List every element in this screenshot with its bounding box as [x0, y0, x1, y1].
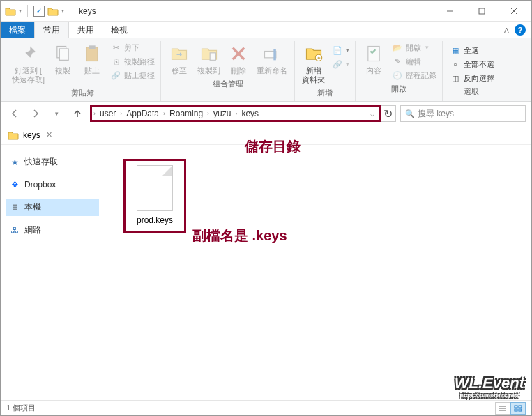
- recent-button[interactable]: ▾: [48, 105, 65, 122]
- view-icons-button[interactable]: [510, 402, 526, 415]
- back-button[interactable]: [6, 105, 23, 122]
- up-button[interactable]: [69, 105, 86, 122]
- file-icon: [137, 165, 173, 211]
- qat-chevron-down-icon[interactable]: ▾: [19, 8, 22, 14]
- delete-icon: [229, 44, 248, 63]
- navbar: ▾ › user › AppData › Roaming › yuzu › ke…: [1, 102, 531, 125]
- group-label-organize: 組合管理: [213, 77, 243, 91]
- selectnone-button[interactable]: ▫全部不選: [448, 58, 496, 70]
- sidebar-item-quickaccess[interactable]: ★ 快速存取: [6, 153, 99, 171]
- edit-button[interactable]: ✎編輯: [390, 55, 438, 68]
- window-title: keys: [79, 6, 96, 16]
- crumb-3[interactable]: yuzu: [209, 109, 235, 118]
- copypath-button[interactable]: ⎘複製路徑: [109, 55, 156, 68]
- pin-button[interactable]: 釘選到 [ 快速存取]: [9, 41, 47, 86]
- tree-close-icon[interactable]: ✕: [46, 130, 52, 139]
- svg-rect-10: [273, 49, 276, 60]
- minimize-ribbon-button[interactable]: ᐱ: [504, 26, 509, 34]
- copyto-button[interactable]: 複製到: [195, 41, 223, 77]
- crumb-4[interactable]: keys: [237, 109, 263, 118]
- invert-button[interactable]: ◫反向選擇: [448, 72, 496, 84]
- sidebar-item-dropbox[interactable]: ❖ Dropbox: [6, 176, 99, 193]
- sidebar: ★ 快速存取 ❖ Dropbox 🖥 本機 🖧 網路: [1, 145, 105, 395]
- close-button[interactable]: [498, 1, 530, 22]
- open-button[interactable]: 📂開啟▾: [390, 41, 438, 54]
- crumb-2[interactable]: Roaming: [165, 109, 207, 118]
- open-icon: 📂: [392, 42, 403, 53]
- newitem-icon: 📄: [332, 45, 343, 56]
- copy-button[interactable]: 複製: [49, 41, 77, 77]
- help-button[interactable]: ?: [515, 24, 526, 36]
- delete-button[interactable]: 刪除: [225, 41, 252, 77]
- shortcut-icon: 🔗: [110, 70, 121, 81]
- status-bar: 1 個項目: [1, 400, 531, 415]
- ribbon-group-open: 內容 📂開啟▾ ✎編輯 🕘歷程記錄 開啟: [356, 41, 443, 101]
- ribbon: 釘選到 [ 快速存取] 複製 貼上 ✂剪下 ⎘複製路徑 🔗貼上捷徑 剪貼簿 移至: [1, 38, 531, 102]
- moveto-button[interactable]: 移至: [165, 41, 193, 77]
- file-view[interactable]: prod.keys: [105, 145, 531, 395]
- newfolder-button[interactable]: ✦ 新增 資料夾: [299, 41, 328, 86]
- details-icon: [499, 405, 507, 412]
- selectall-button[interactable]: ▦全選: [448, 44, 496, 56]
- svg-rect-13: [368, 47, 379, 61]
- svg-rect-20: [519, 409, 522, 411]
- pc-icon: 🖥: [9, 202, 20, 213]
- qat-dropdown-icon[interactable]: ▾: [61, 8, 64, 14]
- address-dropdown-icon[interactable]: ⌵: [370, 110, 377, 118]
- newitem-button[interactable]: 📄▾: [330, 44, 351, 56]
- tree-current[interactable]: keys: [23, 130, 40, 140]
- tab-share[interactable]: 共用: [69, 22, 102, 38]
- folder-icon: [8, 130, 19, 140]
- ribbon-group-organize: 移至 複製到 刪除 重新命名 組合管理: [161, 41, 295, 101]
- pasteshortcut-button[interactable]: 🔗貼上捷徑: [109, 69, 156, 82]
- history-icon: 🕘: [392, 70, 403, 81]
- rename-button[interactable]: 重新命名: [254, 41, 290, 77]
- history-button[interactable]: 🕘歷程記錄: [390, 69, 438, 82]
- tab-view[interactable]: 檢視: [102, 22, 136, 38]
- easyaccess-button[interactable]: 🔗▾: [330, 58, 351, 70]
- folder-icon: [5, 6, 16, 16]
- view-details-button[interactable]: [495, 402, 510, 415]
- annotation-extension: 副檔名是 .keys: [192, 226, 287, 245]
- copy-icon: [53, 44, 73, 63]
- qat-divider: [27, 5, 28, 17]
- link-icon: 🔗: [332, 59, 343, 70]
- tab-home[interactable]: 常用: [34, 22, 69, 38]
- cut-button[interactable]: ✂剪下: [109, 41, 156, 54]
- file-item[interactable]: prod.keys: [123, 159, 186, 233]
- paste-button[interactable]: 貼上: [78, 41, 106, 77]
- maximize-button[interactable]: [466, 1, 498, 22]
- file-name: prod.keys: [137, 215, 173, 225]
- dropbox-icon: ❖: [9, 179, 20, 190]
- group-label-open: 開啟: [391, 82, 406, 95]
- qat-properties-button[interactable]: ✓: [33, 6, 45, 17]
- svg-rect-8: [210, 53, 215, 61]
- properties-button[interactable]: 內容: [360, 41, 388, 77]
- icons-icon: [514, 405, 522, 412]
- sidebar-item-network[interactable]: 🖧 網路: [6, 222, 99, 239]
- crumb-1[interactable]: AppData: [122, 109, 163, 118]
- minimize-button[interactable]: [434, 1, 466, 22]
- scissors-icon: ✂: [110, 42, 121, 53]
- crumb-0[interactable]: user: [96, 109, 120, 118]
- folder-icon-2: [47, 6, 59, 16]
- group-label-new: 新增: [317, 86, 333, 100]
- svg-rect-5: [59, 49, 68, 60]
- sidebar-item-thispc[interactable]: 🖥 本機: [6, 199, 99, 216]
- svg-rect-18: [519, 406, 522, 408]
- svg-rect-1: [479, 8, 485, 14]
- forward-button[interactable]: [27, 105, 44, 122]
- properties-icon: [364, 44, 383, 63]
- refresh-button[interactable]: ↻: [381, 105, 396, 122]
- newfolder-icon: ✦: [304, 44, 324, 63]
- address-bar[interactable]: › user › AppData › Roaming › yuzu › keys…: [90, 105, 381, 122]
- search-input[interactable]: 🔍 搜尋 keys: [400, 105, 526, 122]
- tab-file[interactable]: 檔案: [1, 22, 34, 38]
- invert-icon: ◫: [450, 72, 461, 84]
- copyto-icon: [199, 44, 219, 63]
- star-icon: ★: [9, 157, 20, 168]
- svg-rect-6: [86, 47, 98, 61]
- edit-icon: ✎: [392, 56, 403, 67]
- ribbon-group-clipboard: 釘選到 [ 快速存取] 複製 貼上 ✂剪下 ⎘複製路徑 🔗貼上捷徑 剪貼簿: [5, 41, 161, 101]
- annotation-storage-dir: 儲存目錄: [245, 137, 301, 156]
